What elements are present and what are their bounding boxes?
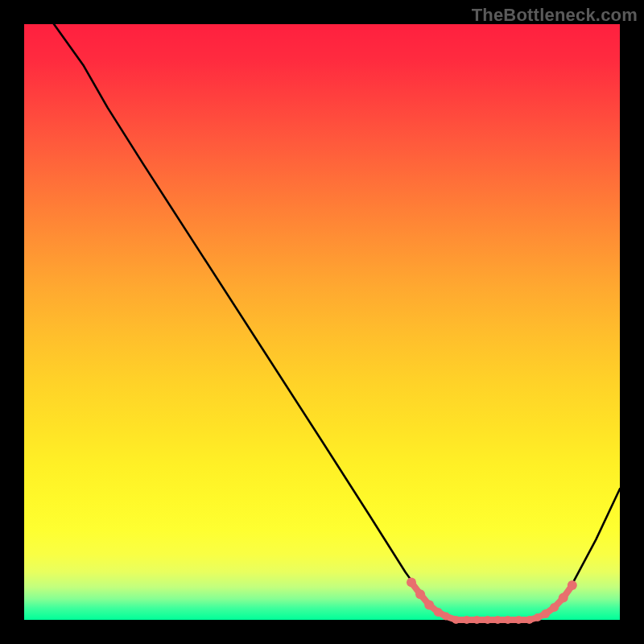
- bottleneck-curve: [54, 24, 620, 620]
- data-markers: [407, 577, 577, 624]
- marker-dot: [452, 616, 460, 624]
- chart-plot-area: [24, 24, 620, 620]
- marker-dot: [534, 613, 542, 621]
- marker-dot: [434, 608, 443, 617]
- chart-curve-svg: [24, 24, 620, 620]
- marker-dot: [407, 577, 416, 587]
- marker-dot: [442, 613, 450, 621]
- watermark-text: TheBottleneck.com: [472, 5, 638, 26]
- marker-dot: [424, 601, 434, 610]
- marker-dot: [493, 616, 502, 624]
- marker-dot: [504, 616, 512, 624]
- marker-dot: [463, 616, 471, 624]
- marker-dot: [550, 603, 559, 612]
- marker-dot: [559, 593, 568, 603]
- marker-dot: [568, 580, 577, 590]
- marker-dot: [526, 616, 534, 624]
- marker-dot: [473, 616, 481, 624]
- marker-dot: [484, 616, 492, 624]
- marker-dot: [541, 609, 550, 618]
- marker-dot: [415, 589, 425, 599]
- marker-dot: [514, 616, 522, 624]
